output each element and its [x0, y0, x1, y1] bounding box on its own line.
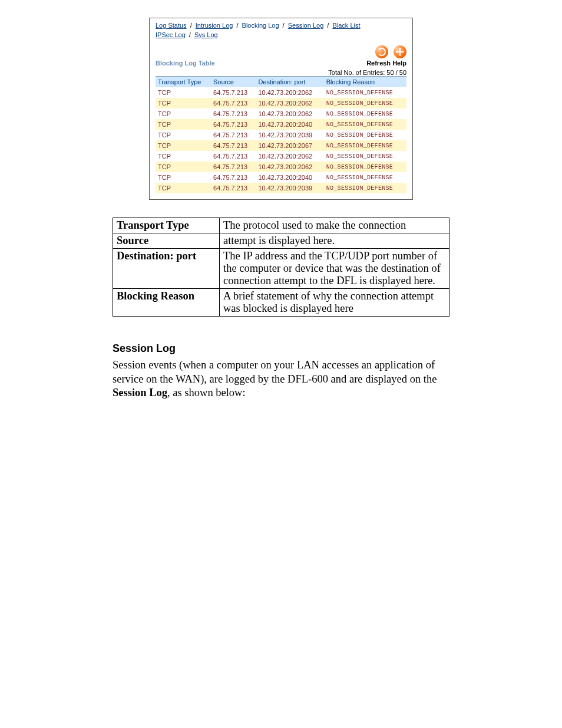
action-bar: Refresh Help	[366, 45, 406, 67]
nav-log-status[interactable]: Log Status	[156, 22, 187, 29]
desc-row: Sourceattempt is displayed here.	[113, 233, 449, 249]
cell-transport: TCP	[156, 130, 211, 140]
desc-key: Destination: port	[113, 249, 220, 289]
col-destination: Destination: port	[256, 77, 323, 88]
nav-blocking-log-current: Blocking Log	[242, 22, 279, 29]
table-row: TCP64.75.7.21310.42.73.200:2039NO_SESSIO…	[156, 183, 406, 193]
cell-reason: NO_SESSION_DEFENSE	[324, 87, 406, 98]
table-row: TCP64.75.7.21310.42.73.200:2062NO_SESSIO…	[156, 151, 406, 162]
desc-value: attempt is displayed here.	[220, 233, 449, 249]
cell-dest: 10.42.73.200:2039	[256, 130, 323, 140]
cell-transport: TCP	[156, 140, 211, 151]
cell-dest: 10.42.73.200:2040	[256, 172, 323, 183]
desc-value: The IP address and the TCP/UDP port numb…	[220, 249, 449, 289]
desc-value: The protocol used to make the connection	[220, 218, 449, 233]
session-log-heading: Session Log	[113, 342, 449, 355]
help-icon[interactable]	[394, 45, 406, 58]
table-row: TCP64.75.7.21310.42.73.200:2040NO_SESSIO…	[156, 119, 406, 130]
log-nav-row-1: Log Status / Intrusion Log / Blocking Lo…	[156, 22, 406, 29]
table-row: TCP64.75.7.21310.42.73.200:2039NO_SESSIO…	[156, 130, 406, 140]
table-row: TCP64.75.7.21310.42.73.200:2062NO_SESSIO…	[156, 162, 406, 172]
separator: /	[325, 22, 330, 29]
separator: /	[189, 22, 194, 29]
table-row: TCP64.75.7.21310.42.73.200:2062NO_SESSIO…	[156, 108, 406, 119]
cell-transport: TCP	[156, 108, 211, 119]
cell-reason: NO_SESSION_DEFENSE	[324, 172, 406, 183]
separator: /	[281, 22, 286, 29]
cell-dest: 10.42.73.200:2039	[256, 183, 323, 193]
cell-reason: NO_SESSION_DEFENSE	[324, 98, 406, 108]
log-nav-row-2: IPSec Log / Sys Log	[156, 31, 406, 38]
desc-row: Destination: portThe IP address and the …	[113, 249, 449, 289]
cell-source: 64.75.7.213	[211, 140, 256, 151]
desc-key: Blocking Reason	[113, 289, 220, 317]
cell-dest: 10.42.73.200:2067	[256, 140, 323, 151]
session-log-p1a: Session events (when a computer on your …	[113, 359, 437, 385]
nav-sys-log[interactable]: Sys Log	[194, 31, 218, 38]
cell-transport: TCP	[156, 183, 211, 193]
desc-row: Transport TypeThe protocol used to make …	[113, 218, 449, 233]
cell-dest: 10.42.73.200:2062	[256, 151, 323, 162]
session-log-bold: Session Log	[113, 387, 167, 398]
session-log-p1b: , as shown below:	[167, 387, 246, 398]
table-row: TCP64.75.7.21310.42.73.200:2062NO_SESSIO…	[156, 98, 406, 108]
field-description-table: Transport TypeThe protocol used to make …	[113, 218, 449, 317]
cell-source: 64.75.7.213	[211, 183, 256, 193]
cell-dest: 10.42.73.200:2062	[256, 98, 323, 108]
nav-black-list[interactable]: Black List	[332, 22, 360, 29]
table-row: TCP64.75.7.21310.42.73.200:2040NO_SESSIO…	[156, 172, 406, 183]
blocking-log-panel: Log Status / Intrusion Log / Blocking Lo…	[149, 18, 413, 200]
cell-transport: TCP	[156, 119, 211, 130]
refresh-label: Refresh	[366, 60, 391, 67]
cell-reason: NO_SESSION_DEFENSE	[324, 151, 406, 162]
entries-count: Total No. of Entries: 50 / 50	[156, 69, 406, 76]
table-row: TCP64.75.7.21310.42.73.200:2062NO_SESSIO…	[156, 87, 406, 98]
cell-reason: NO_SESSION_DEFENSE	[324, 140, 406, 151]
cell-reason: NO_SESSION_DEFENSE	[324, 108, 406, 119]
cell-transport: TCP	[156, 172, 211, 183]
cell-dest: 10.42.73.200:2062	[256, 162, 323, 172]
table-row: TCP64.75.7.21310.42.73.200:2067NO_SESSIO…	[156, 140, 406, 151]
blocking-log-table: Transport Type Source Destination: port …	[156, 76, 406, 193]
desc-key: Transport Type	[113, 218, 220, 233]
cell-dest: 10.42.73.200:2062	[256, 108, 323, 119]
cell-source: 64.75.7.213	[211, 87, 256, 98]
cell-reason: NO_SESSION_DEFENSE	[324, 119, 406, 130]
cell-source: 64.75.7.213	[211, 108, 256, 119]
cell-source: 64.75.7.213	[211, 130, 256, 140]
cell-source: 64.75.7.213	[211, 172, 256, 183]
cell-source: 64.75.7.213	[211, 98, 256, 108]
refresh-icon[interactable]	[375, 45, 388, 58]
cell-source: 64.75.7.213	[211, 162, 256, 172]
cell-reason: NO_SESSION_DEFENSE	[324, 162, 406, 172]
body-text: Session Log Session events (when a compu…	[113, 342, 449, 400]
cell-transport: TCP	[156, 162, 211, 172]
cell-reason: NO_SESSION_DEFENSE	[324, 130, 406, 140]
desc-key: Source	[113, 233, 220, 249]
help-label: Help	[392, 60, 406, 67]
desc-value: A brief statement of why the connection …	[220, 289, 449, 317]
desc-row: Blocking ReasonA brief statement of why …	[113, 289, 449, 317]
cell-dest: 10.42.73.200:2062	[256, 87, 323, 98]
separator: /	[187, 31, 193, 38]
cell-transport: TCP	[156, 87, 211, 98]
col-source: Source	[211, 77, 256, 88]
cell-transport: TCP	[156, 98, 211, 108]
cell-dest: 10.42.73.200:2040	[256, 119, 323, 130]
cell-transport: TCP	[156, 151, 211, 162]
cell-reason: NO_SESSION_DEFENSE	[324, 183, 406, 193]
separator: /	[234, 22, 240, 29]
cell-source: 64.75.7.213	[211, 151, 256, 162]
col-transport-type: Transport Type	[156, 77, 211, 88]
nav-session-log[interactable]: Session Log	[288, 22, 324, 29]
nav-intrusion-log[interactable]: Intrusion Log	[196, 22, 233, 29]
nav-ipsec-log[interactable]: IPSec Log	[156, 31, 186, 38]
col-reason: Blocking Reason	[324, 77, 406, 88]
cell-source: 64.75.7.213	[211, 119, 256, 130]
